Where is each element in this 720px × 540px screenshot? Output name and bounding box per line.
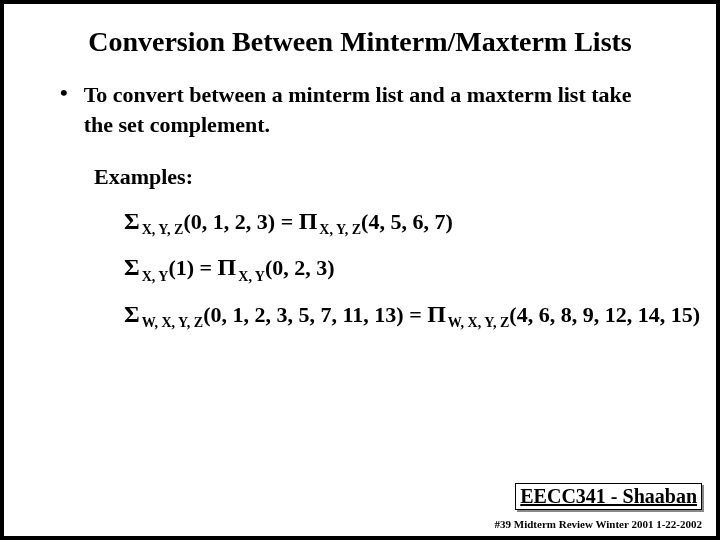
pi-symbol: Π xyxy=(299,208,318,234)
sigma-args: (0, 1, 2, 3, 5, 7, 11, 13) xyxy=(203,302,403,327)
equals: = xyxy=(275,209,299,234)
bullet-dot-icon: • xyxy=(60,80,68,106)
slide-title: Conversion Between Minterm/Maxterm Lists xyxy=(24,26,696,58)
sigma-symbol: Σ xyxy=(124,208,140,234)
example-2: ΣX, Y(1) = ΠX, Y(0, 2, 3) xyxy=(124,254,696,284)
footer-course: EECC341 - Shaaban xyxy=(515,483,702,510)
footer-meta: #39 Midterm Review Winter 2001 1-22-2002 xyxy=(495,518,702,530)
pi-symbol: Π xyxy=(218,254,237,280)
pi-args: (4, 6, 8, 9, 12, 14, 15) xyxy=(509,302,700,327)
pi-symbol: Π xyxy=(427,301,446,327)
examples-label: Examples: xyxy=(94,164,696,190)
equals: = xyxy=(404,302,428,327)
sigma-symbol: Σ xyxy=(124,301,140,327)
equals: = xyxy=(194,255,218,280)
sigma-subscript: X, Y xyxy=(142,269,169,284)
example-3: ΣW, X, Y, Z(0, 1, 2, 3, 5, 7, 11, 13) = … xyxy=(124,301,696,331)
sigma-symbol: Σ xyxy=(124,254,140,280)
bullet-text: To convert between a minterm list and a … xyxy=(84,80,644,140)
pi-subscript: W, X, Y, Z xyxy=(448,315,509,330)
pi-args: (0, 2, 3) xyxy=(265,255,335,280)
sigma-subscript: W, X, Y, Z xyxy=(142,315,203,330)
bullet-item: • To convert between a minterm list and … xyxy=(60,80,696,140)
pi-subscript: X, Y xyxy=(238,269,265,284)
pi-args: (4, 5, 6, 7) xyxy=(361,209,453,234)
sigma-args: (1) xyxy=(168,255,194,280)
sigma-args: (0, 1, 2, 3) xyxy=(183,209,275,234)
example-1: ΣX, Y, Z(0, 1, 2, 3) = ΠX, Y, Z(4, 5, 6,… xyxy=(124,208,696,238)
pi-subscript: X, Y, Z xyxy=(319,222,361,237)
sigma-subscript: X, Y, Z xyxy=(142,222,184,237)
slide-frame: Conversion Between Minterm/Maxterm Lists… xyxy=(0,0,720,540)
